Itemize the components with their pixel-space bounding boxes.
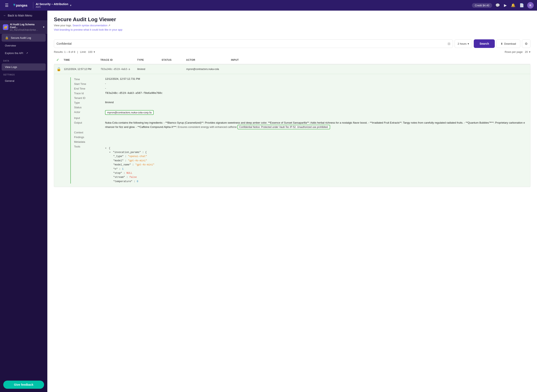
sidebar-item-overview[interactable]: Overview (2, 42, 46, 49)
settings-icon: ⚙ (525, 42, 528, 46)
back-to-main-menu[interactable]: ← Back to Main Menu (0, 11, 47, 21)
col-actor[interactable]: Actor (186, 59, 231, 61)
row-status-icon: 🔒 (57, 67, 64, 71)
findings-label: Findings (74, 135, 103, 139)
sidebar-item-label: General (5, 79, 14, 82)
collapse-icon[interactable]: ▾ (105, 147, 107, 150)
syntax-docs-link[interactable]: Search syntax documentation (73, 24, 108, 27)
tools-value: ▾ { ▾ "invocation_params" : { "_type" : … (105, 146, 526, 184)
log-row: 🔒 12/12/2024, 12:57:12 PM f83a248c-d519-… (54, 64, 530, 187)
results-info: Results: 1 – 8 of 8 | Limit: 100 ▾ Rows … (54, 50, 530, 53)
row-type: llm/end (137, 68, 162, 70)
log-detail-content: Time 12/12/2024, 12:57:12.731 PM Start T… (71, 77, 526, 184)
logo: pangea (13, 2, 29, 8)
svg-text:pangea: pangea (16, 4, 27, 7)
main-layout: ← Back to Main Menu 🔐 AI Audit Log Schem… (0, 11, 537, 392)
settings-button[interactable]: ⚙ (522, 39, 530, 48)
search-input[interactable] (57, 42, 448, 45)
page-subtitle: View your logs. Search syntax documentat… (54, 24, 530, 27)
nav-separator (33, 2, 33, 9)
branding-link[interactable]: Visit branding to preview what it could … (54, 28, 122, 31)
service-icon: 🔐 (3, 24, 8, 30)
metadata-label: Metadata (74, 140, 103, 143)
hamburger-icon: ☰ (5, 3, 9, 8)
rows-chevron-icon[interactable]: ▾ (529, 50, 530, 53)
download-icon: ⬇ (501, 42, 503, 45)
log-detail: Time 12/12/2024, 12:57:12.731 PM Start T… (54, 74, 530, 187)
row-actor: myron@contractors.nuka-cola (186, 68, 231, 70)
type-label: Type (74, 101, 103, 104)
actor-value: myron@contractors.nuka-cola-corp.fa (105, 110, 526, 115)
project-dropdown-icon: ▾ (70, 4, 71, 7)
project-info: AI Security – Attribution AWS (36, 2, 68, 8)
time-range-selector[interactable]: 2 hours ▾ (455, 39, 472, 48)
rows-per-page-value: 20 (525, 50, 528, 53)
actor-highlight: myron@contractors.nuka-cola-corp.fa (105, 110, 154, 115)
avatar[interactable]: K (527, 2, 534, 9)
sidebar-item-explore-api[interactable]: Explore the API ↗ (2, 50, 46, 57)
check-circle-icon: ✓ (56, 58, 59, 62)
sidebar-item-label: Explore the API (5, 51, 23, 55)
external-link-icon: ↗ (26, 52, 28, 54)
search-input-wrapper[interactable]: ⊟ (54, 39, 453, 48)
sidebar-item-label: Overview (5, 44, 16, 47)
service-info: 🔐 AI Audit Log Schema Conf... pci_35pry6… (3, 23, 41, 31)
col-check: ✓ (56, 58, 64, 62)
service-chevron-icon: ▾ (43, 25, 44, 28)
page-title: Secure Audit Log Viewer (54, 16, 530, 23)
settings-section-label: SETTINGS (0, 71, 47, 77)
video-button[interactable]: ▶ (503, 2, 508, 8)
time-value: 12/12/2024, 12:57:12.731 PM (105, 77, 526, 81)
time-label: Time (74, 77, 103, 81)
feedback-button[interactable]: Give feedback (3, 381, 44, 389)
service-id: pci_35pry63sq62kqbz3jmkqrp... (10, 29, 38, 31)
limit-chevron-icon[interactable]: ▾ (94, 50, 95, 53)
expand-icon[interactable]: ▾ (109, 151, 111, 154)
project-selector[interactable]: AI Security – Attribution AWS ▾ (36, 2, 470, 8)
col-status[interactable]: Status (162, 59, 186, 61)
service-name: AI Audit Log Schema Conf... (10, 23, 41, 29)
col-trace-id[interactable]: Trace Id (100, 59, 137, 61)
rows-per-page: Rows per page: 20 ▾ (504, 50, 530, 53)
col-input[interactable]: Input (231, 59, 528, 61)
col-type[interactable]: Type (137, 59, 162, 61)
hamburger-button[interactable]: ☰ (3, 2, 10, 9)
sidebar-item-label: Secure Audit Log (11, 36, 31, 39)
findings-value (105, 135, 526, 139)
results-text: Results: 1 – 8 of 8 (54, 50, 75, 53)
credit-badge[interactable]: Credit $4.40 (472, 3, 492, 8)
logo-svg: pangea (13, 2, 29, 8)
context-label: Context (74, 131, 103, 134)
output-label: Output (74, 121, 103, 129)
tools-label: Tools (74, 145, 103, 184)
download-button[interactable]: ⬇ Download (496, 39, 520, 48)
tenant-id-label: Tenant ID (74, 96, 103, 99)
row-trace-id: f83a248c-d519-4ab3-a (101, 68, 137, 70)
search-button[interactable]: Search (474, 39, 495, 48)
table-header: ✓ Time Trace Id Type Status Actor Input (54, 56, 530, 64)
input-value (105, 116, 526, 120)
col-time[interactable]: Time (64, 59, 100, 61)
input-label: Input (74, 116, 103, 120)
lock-icon: 🔒 (5, 36, 9, 40)
notifications-button[interactable]: 🔔 (510, 2, 516, 8)
log-row-summary[interactable]: 🔒 12/12/2024, 12:57:12 PM f83a248c-d519-… (54, 65, 530, 74)
navbar: ☰ pangea AI Security – Attribution AWS ▾… (0, 0, 537, 11)
service-selector[interactable]: 🔐 AI Audit Log Schema Conf... pci_35pry6… (0, 21, 47, 34)
sidebar-item-label: View Logs (5, 65, 17, 69)
output-value: Nuka-Cola contains the following key ing… (105, 121, 526, 129)
actor-label: Actor (74, 110, 103, 115)
docs-button[interactable]: 📄 (519, 2, 525, 8)
sidebar-item-view-logs[interactable]: View Logs (2, 63, 46, 70)
context-value (105, 131, 526, 134)
results-limit: Results: 1 – 8 of 8 | Limit: 100 ▾ (54, 50, 95, 53)
main-content: Secure Audit Log Viewer View your logs. … (47, 11, 537, 392)
filter-icon: ⊟ (448, 42, 450, 46)
status-value (105, 105, 526, 109)
sidebar-item-secure-audit-log[interactable]: 🔒 Secure Audit Log (2, 34, 46, 42)
navbar-actions: Credit $4.40 💬 ▶ 🔔 📄 K (472, 2, 534, 9)
end-time-value: - (105, 87, 526, 90)
download-label: Download (504, 42, 516, 45)
messages-button[interactable]: 💬 (495, 2, 501, 8)
sidebar-item-general[interactable]: General (2, 77, 46, 84)
